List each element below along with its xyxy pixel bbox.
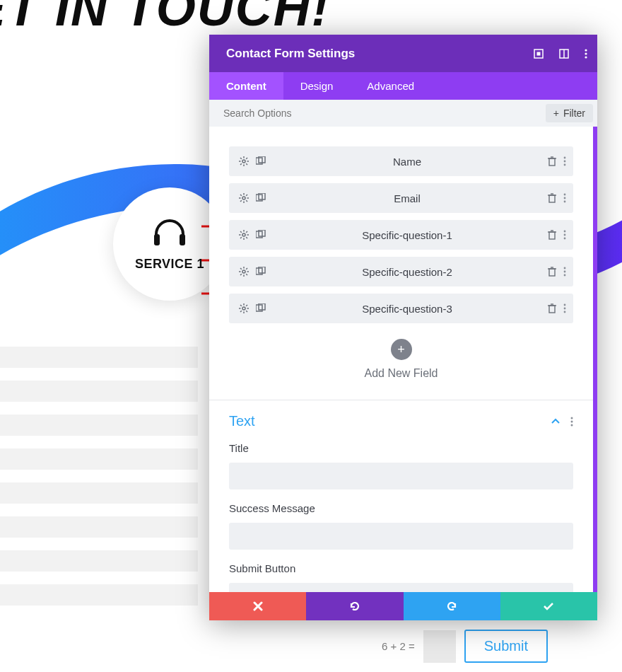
more-icon[interactable] [563,267,566,277]
headphones-icon [152,217,187,247]
submit-button[interactable]: Submit [464,630,548,663]
duplicate-icon[interactable] [256,156,266,166]
svg-point-45 [564,201,566,203]
svg-line-87 [246,305,247,306]
svg-line-20 [240,163,242,165]
svg-point-96 [564,311,566,313]
duplicate-icon[interactable] [256,193,266,203]
svg-line-53 [246,231,247,233]
svg-point-79 [564,274,566,277]
svg-point-12 [242,160,245,163]
svg-point-61 [564,234,566,236]
gear-icon[interactable] [239,230,249,240]
search-bar: + Filter [209,100,597,127]
panel-icon[interactable] [559,49,569,59]
svg-line-71 [240,274,242,275]
modal-body: Name Email Specific-question-1 [209,127,597,592]
filter-button[interactable]: + Filter [546,104,593,122]
field-row[interactable]: Specific-question-1 [229,220,573,250]
trash-icon[interactable] [548,230,556,240]
tab-design[interactable]: Design [283,72,351,100]
svg-point-77 [564,267,566,270]
text-section-heading[interactable]: Text [229,413,255,429]
field-label: Specific-question-1 [266,229,548,241]
add-field-button[interactable]: + [391,339,412,360]
more-icon[interactable] [563,303,566,313]
svg-point-80 [242,307,245,310]
svg-line-51 [240,231,242,233]
redo-button[interactable] [404,592,500,620]
undo-button[interactable] [306,592,403,620]
svg-point-28 [564,164,566,166]
svg-rect-6 [537,52,541,55]
field-row[interactable]: Name [229,146,573,176]
svg-rect-57 [549,232,555,239]
trash-icon[interactable] [548,193,556,203]
svg-line-88 [240,311,242,312]
svg-point-97 [571,417,573,419]
success-input[interactable] [229,523,573,550]
svg-rect-1 [180,234,185,245]
svg-point-60 [564,231,566,233]
duplicate-icon[interactable] [256,267,266,277]
svg-line-85 [240,305,242,306]
field-row[interactable]: Specific-question-3 [229,294,573,323]
svg-point-94 [564,304,566,306]
svg-point-78 [564,271,566,273]
tab-advanced[interactable]: Advanced [350,72,431,100]
field-label: Email [266,192,548,204]
more-icon[interactable] [563,156,566,166]
svg-point-26 [564,157,566,159]
field-label: Specific-question-2 [266,266,548,278]
title-input[interactable] [229,463,573,489]
svg-rect-23 [549,158,555,166]
svg-line-18 [246,163,247,165]
modal-title: Contact Form Settings [226,47,355,61]
svg-point-62 [564,238,566,240]
svg-point-63 [242,270,245,273]
modal-header: Contact Form Settings [209,35,597,72]
title-label: Title [229,442,573,454]
more-icon[interactable] [585,49,587,59]
cancel-button[interactable] [209,592,306,620]
more-icon[interactable] [563,230,566,240]
settings-modal: Contact Form Settings Content Design Adv… [209,35,597,620]
redo-icon [446,601,457,612]
gear-icon[interactable] [239,193,249,203]
duplicate-icon[interactable] [256,230,266,240]
search-input[interactable] [223,108,546,119]
captcha-input[interactable] [423,630,456,663]
bg-placeholder-bars [0,347,198,618]
svg-line-34 [240,195,242,196]
trash-icon[interactable] [548,267,556,277]
tab-content[interactable]: Content [209,72,283,100]
field-row[interactable]: Email [229,183,573,213]
expand-icon[interactable] [534,49,544,59]
svg-rect-74 [549,269,555,276]
trash-icon[interactable] [548,156,556,166]
trash-icon[interactable] [548,303,556,313]
add-field-label: Add New Field [209,367,593,380]
svg-point-46 [242,233,245,236]
check-icon [543,602,554,610]
svg-point-10 [585,52,587,54]
svg-line-54 [240,237,242,238]
submit-btn-label: Submit Button [229,562,573,574]
svg-point-29 [242,197,245,199]
more-icon[interactable] [563,193,566,203]
gear-icon[interactable] [239,267,249,277]
duplicate-icon[interactable] [256,303,266,313]
filter-label: Filter [563,108,585,119]
svg-rect-40 [549,195,555,202]
field-row[interactable]: Specific-question-2 [229,257,573,286]
gear-icon[interactable] [239,303,249,313]
gear-icon[interactable] [239,156,249,166]
submit-btn-input[interactable] [229,583,573,592]
more-icon[interactable] [570,417,573,427]
field-label: Name [266,156,548,168]
page-heading: ET IN TOUCH! [0,0,330,37]
save-button[interactable] [500,592,597,620]
chevron-up-icon[interactable] [551,418,561,425]
svg-point-9 [585,49,587,51]
svg-point-99 [571,424,573,426]
